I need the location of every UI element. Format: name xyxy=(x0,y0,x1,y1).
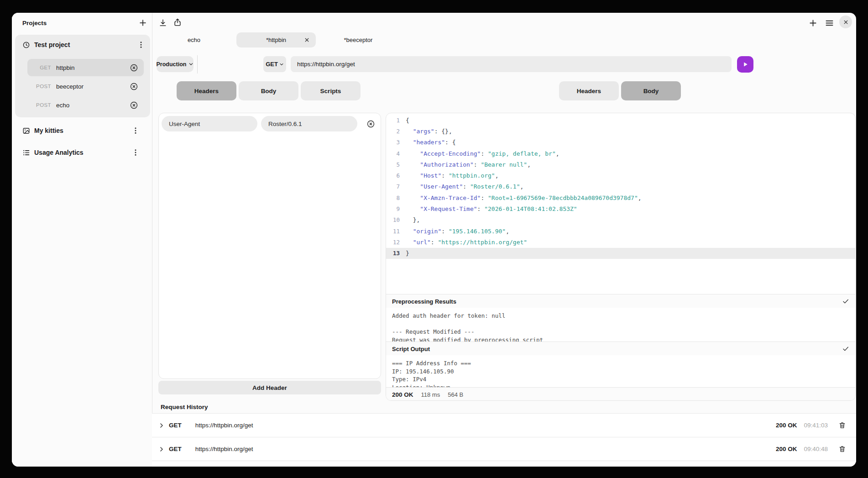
sidebar: Projects Test project GEThttpbinPOSTbeec… xyxy=(12,13,152,467)
code-line: 13} xyxy=(386,248,855,259)
usage-analytics-menu-button[interactable] xyxy=(131,148,140,157)
code-line: 3 "headers": { xyxy=(386,137,855,148)
history-timestamp: 09:41:03 xyxy=(804,422,828,429)
response-body-editor[interactable]: 1{2 "args": {},3 "headers": {4 "Accept-E… xyxy=(386,113,855,295)
chevron-right-icon[interactable] xyxy=(158,446,165,452)
line-number: 8 xyxy=(386,194,400,201)
preprocessing-results-output: Added auth header for token: null --- Re… xyxy=(386,308,855,341)
method-badge: POST xyxy=(27,102,51,108)
line-number: 7 xyxy=(386,183,400,190)
close-icon xyxy=(843,19,849,25)
history-row[interactable]: GEThttps://httpbin.org/get200 OK09:41:03 xyxy=(152,414,856,437)
token: , xyxy=(495,172,499,179)
plus-icon xyxy=(808,18,818,28)
kebab-icon xyxy=(131,148,140,157)
remove-request-button[interactable] xyxy=(130,82,138,91)
code-line: 12 "url": "https://httpbin.org/get" xyxy=(386,236,855,247)
add-project-button[interactable] xyxy=(138,18,148,28)
response-tab-body[interactable]: Body xyxy=(621,81,681,100)
tab-echo[interactable]: echo xyxy=(154,32,234,47)
status-time: 118 ms xyxy=(421,391,440,398)
url-input[interactable]: https://httpbin.org/get xyxy=(291,56,732,72)
code-line: 4 "Accept-Encoding": "gzip, deflate, br"… xyxy=(386,148,855,159)
method-dropdown[interactable]: GET xyxy=(263,56,286,72)
new-tab-button[interactable] xyxy=(808,18,818,28)
response-status-bar: 200 OK 118 ms 564 B xyxy=(386,387,855,401)
method-label: GET xyxy=(266,61,278,68)
request-panel-tabs: HeadersBodyScripts xyxy=(177,81,361,100)
request-history: Request History GEThttps://httpbin.org/g… xyxy=(152,402,856,467)
header-value-input[interactable]: Roster/0.6.1 xyxy=(261,116,357,131)
check-icon xyxy=(842,345,849,352)
line-content: "origin": "195.146.105.90", xyxy=(406,228,509,235)
request-tab-headers[interactable]: Headers xyxy=(177,81,236,100)
token: "Accept-Encoding" xyxy=(420,150,481,157)
history-status: 200 OK xyxy=(776,446,797,452)
clock-icon xyxy=(22,41,30,49)
token: "User-Agent" xyxy=(420,183,463,190)
chevron-right-icon[interactable] xyxy=(158,422,165,429)
history-row[interactable]: GEThttps://httpbin.org/get200 OK09:40:48 xyxy=(152,437,856,461)
request-tab-body[interactable]: Body xyxy=(239,81,298,100)
line-content: "X-Request-Time": "2026-01-14T08:41:02.8… xyxy=(406,205,577,212)
token xyxy=(406,194,420,201)
line-content: "Accept-Encoding": "gzip, deflate, br", xyxy=(406,150,559,157)
status-size: 564 B xyxy=(448,391,463,398)
code-line: 11 "origin": "195.146.105.90", xyxy=(386,226,855,236)
code-line: 2 "args": {}, xyxy=(386,126,855,137)
remove-request-button[interactable] xyxy=(130,63,138,72)
share-button[interactable] xyxy=(173,17,183,27)
token: , xyxy=(556,150,559,157)
line-number: 10 xyxy=(386,216,400,223)
request-tabstrip: echo*httpbin*beeceptor xyxy=(154,32,398,47)
close-tab-icon[interactable] xyxy=(304,37,310,43)
delete-history-button[interactable] xyxy=(838,445,846,453)
line-content: "Host": "httpbin.org", xyxy=(406,172,499,179)
token: , xyxy=(506,228,509,235)
environment-dropdown[interactable]: Production xyxy=(157,56,193,72)
send-request-button[interactable] xyxy=(737,56,753,73)
token xyxy=(406,150,420,157)
line-number: 3 xyxy=(386,139,400,146)
delete-history-button[interactable] xyxy=(838,421,846,430)
app-menu-button[interactable] xyxy=(824,18,834,28)
add-header-button[interactable]: Add Header xyxy=(158,381,381,394)
sidebar-request-echo[interactable]: POSTecho xyxy=(27,96,144,114)
token: : xyxy=(481,150,488,157)
project-menu-button[interactable] xyxy=(136,40,146,49)
history-timestamp: 09:40:48 xyxy=(804,446,828,452)
projects-title: Projects xyxy=(22,20,47,26)
project-group-header[interactable]: Test project xyxy=(22,40,146,50)
close-window-button[interactable] xyxy=(839,16,852,28)
section-title: Preprocessing Results xyxy=(392,298,456,305)
token: "gzip, deflate, br" xyxy=(488,150,556,157)
history-url: https://httpbin.org/get xyxy=(195,422,253,429)
remove-header-button[interactable] xyxy=(366,120,375,128)
token: "Authorization" xyxy=(420,161,473,168)
remove-request-button[interactable] xyxy=(130,101,138,110)
request-name: beeceptor xyxy=(56,83,130,90)
header-key-input[interactable]: User-Agent xyxy=(162,116,257,131)
sidebar-item-my-kitties[interactable]: My kitties xyxy=(22,124,140,137)
my-kitties-menu-button[interactable] xyxy=(131,126,140,135)
sidebar-item-usage-analytics[interactable]: Usage Analytics xyxy=(22,146,140,159)
toolbar-divider xyxy=(197,55,198,74)
token xyxy=(406,139,413,146)
tab-httpbin[interactable]: *httpbin xyxy=(236,32,316,47)
line-content: "url": "https://httpbin.org/get" xyxy=(406,239,527,246)
response-tab-headers[interactable]: Headers xyxy=(559,81,619,100)
tab-label: echo xyxy=(188,37,200,43)
line-number: 5 xyxy=(386,161,400,168)
request-tab-scripts[interactable]: Scripts xyxy=(301,81,361,100)
download-button[interactable] xyxy=(158,18,168,28)
x-circle-icon xyxy=(130,63,138,72)
history-status: 200 OK xyxy=(776,422,797,429)
status-code: 200 OK xyxy=(392,391,413,398)
token: , xyxy=(638,194,642,201)
sidebar-request-beeceptor[interactable]: POSTbeeceptor xyxy=(27,78,144,95)
sidebar-request-httpbin[interactable]: GEThttpbin xyxy=(27,59,144,76)
tab-beeceptor[interactable]: *beeceptor xyxy=(319,32,398,47)
trash-icon xyxy=(838,421,846,429)
app-window: Projects Test project GEThttpbinPOSTbeec… xyxy=(12,13,856,467)
kebab-icon xyxy=(131,126,140,135)
